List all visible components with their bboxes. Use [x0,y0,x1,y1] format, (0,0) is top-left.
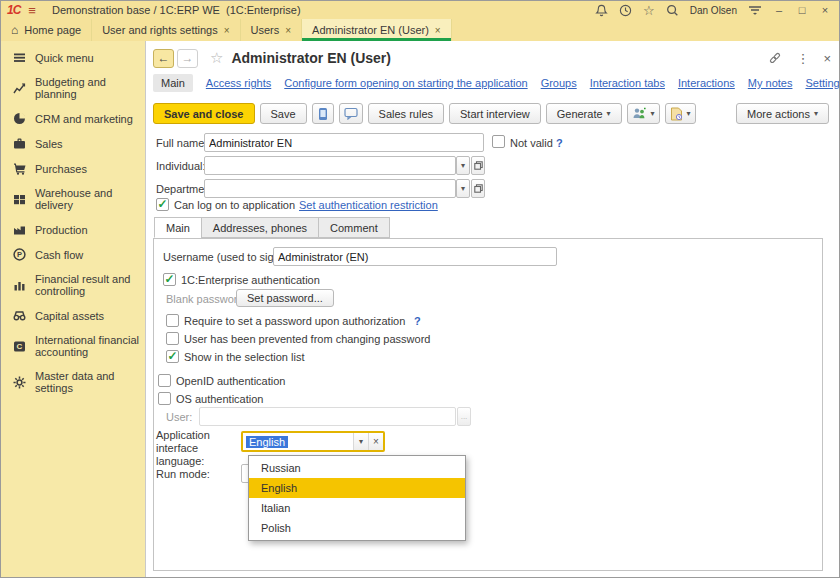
svg-text:P: P [16,250,21,259]
sidebar-item-budgeting-and-planning[interactable]: Budgeting and planning [1,70,145,106]
main-menu-icon[interactable]: ≡ [28,4,36,17]
navlink-interactions[interactable]: Interactions [678,77,735,89]
detail-tab-comment[interactable]: Comment [318,217,390,238]
get-link-icon[interactable] [768,51,782,65]
dropdown-option-russian[interactable]: Russian [249,458,465,478]
window-tabbar: ⌂ Home page User and rights settings × U… [1,19,839,41]
individual-input[interactable] [204,156,456,175]
maximize-button[interactable]: □ [796,4,808,16]
close-window-button[interactable]: × [819,4,831,16]
require-password-checkbox[interactable] [166,314,179,327]
detail-tab-addresses[interactable]: Addresses, phones [201,217,319,238]
require-password-label: Require to set a password upon authoriza… [184,315,405,327]
not-valid-help-icon[interactable]: ? [556,137,563,149]
detail-tab-main[interactable]: Main [154,217,202,238]
show-in-list-checkbox[interactable]: ✓ [166,350,179,363]
openid-label: OpenID authentication [176,375,285,387]
save-and-close-button[interactable]: Save and close [153,103,255,124]
add-user-button[interactable]: ▾ [627,103,660,124]
search-icon[interactable] [666,4,679,17]
enterprise-auth-checkbox[interactable]: ✓ [163,273,176,286]
navlink-settings[interactable]: Settings [805,77,839,89]
os-auth-checkbox[interactable] [158,392,171,405]
close-form-icon[interactable]: × [823,51,831,66]
tab-home-page[interactable]: ⌂ Home page [1,19,92,41]
form-nav-links: Main Access rights Configure form openin… [153,74,835,92]
form-content: ← → ☆ Administrator EN (User) ⋮ × Main A… [146,41,839,578]
app-language-value: English [246,436,288,448]
can-log-on-checkbox[interactable]: ✓ [156,198,169,211]
navlink-configure-form-opening[interactable]: Configure form opening on starting the a… [284,77,527,89]
full-name-label: Full name: [156,137,207,149]
sidebar-item-international-accounting[interactable]: C International financial accounting [1,328,145,364]
sidebar-item-financial-result[interactable]: Financial result and controlling [1,267,145,303]
dropdown-option-polish[interactable]: Polish [249,518,465,538]
prevent-change-checkbox[interactable] [166,332,179,345]
sidebar-item-crm-and-marketing[interactable]: CRM and marketing [1,106,145,131]
tab-users[interactable]: Users × [241,19,303,41]
smartphone-button[interactable] [312,103,334,124]
set-auth-restriction-link[interactable]: Set authentication restriction [299,199,438,211]
more-menu-icon[interactable]: ⋮ [796,51,809,66]
notifications-icon[interactable] [595,4,608,17]
intl-accounting-icon: C [12,340,26,353]
minimize-button[interactable]: – [773,4,785,16]
navlink-access-rights[interactable]: Access rights [206,77,271,89]
tab-user-rights-settings[interactable]: User and rights settings × [92,19,240,41]
document-history-button[interactable]: ▾ [665,103,696,124]
sidebar-item-cash-flow[interactable]: P Cash flow [1,242,145,267]
close-tab-icon[interactable]: × [435,25,441,36]
1c-logo: 1С [7,3,20,17]
close-tab-icon[interactable]: × [285,25,291,36]
start-interview-button[interactable]: Start interview [449,103,541,124]
master-data-icon [12,376,26,389]
department-dropdown-button[interactable]: ▾ [456,179,470,198]
sidebar-item-master-data[interactable]: Master data and settings [1,364,145,400]
set-password-button[interactable]: Set password... [236,289,334,307]
quick-menu-icon [12,51,26,64]
sidebar-item-capital-assets[interactable]: Capital assets [1,303,145,328]
svg-text:C: C [16,342,22,351]
sidebar-item-purchases[interactable]: Purchases [1,156,145,181]
discussion-button[interactable] [339,103,363,124]
navlink-my-notes[interactable]: My notes [748,77,793,89]
sidebar-item-production[interactable]: Production [1,217,145,242]
can-log-on-label: Can log on to application [174,199,295,211]
not-valid-checkbox[interactable] [492,135,505,148]
current-user[interactable]: Dan Olsen [690,5,737,16]
department-input[interactable] [204,179,456,198]
app-language-clear-button[interactable]: × [368,433,383,450]
sidebar-item-sales[interactable]: Sales [1,131,145,156]
close-tab-icon[interactable]: × [224,25,230,36]
username-input[interactable] [273,247,557,266]
sidebar-item-label: CRM and marketing [35,113,133,125]
navlink-interaction-tabs[interactable]: Interaction tabs [590,77,665,89]
dropdown-option-english[interactable]: English [249,478,465,498]
warehouse-icon [12,193,26,206]
more-actions-button[interactable]: More actions▾ [736,103,829,124]
navlink-groups[interactable]: Groups [541,77,577,89]
save-button[interactable]: Save [260,103,307,124]
tab-administrator-en[interactable]: Administrator EN (User) × [302,19,452,41]
dropdown-option-italian[interactable]: Italian [249,498,465,518]
openid-checkbox[interactable] [158,374,171,387]
sales-rules-button[interactable]: Sales rules [368,103,444,124]
back-button[interactable]: ← [153,49,174,68]
navlink-main[interactable]: Main [153,74,193,92]
individual-dropdown-button[interactable]: ▾ [456,156,470,175]
full-name-input[interactable] [204,133,484,152]
favorite-star-icon[interactable]: ☆ [210,49,223,67]
app-language-combo[interactable]: English ▾ × [241,431,385,452]
favorites-icon[interactable]: ☆ [643,3,655,18]
history-icon[interactable] [619,4,632,17]
generate-button[interactable]: Generate▾ [546,103,622,124]
sidebar-item-quick-menu[interactable]: Quick menu [1,45,145,70]
forward-button[interactable]: → [177,49,198,68]
individual-open-button[interactable] [471,156,485,175]
sidebar-item-label: Financial result and controlling [35,273,141,297]
department-open-button[interactable] [471,179,485,198]
require-password-help-icon[interactable]: ? [414,315,421,327]
view-settings-icon[interactable] [748,4,762,16]
app-language-dropdown-button[interactable]: ▾ [353,433,368,450]
sidebar-item-warehouse-and-delivery[interactable]: Warehouse and delivery [1,181,145,217]
